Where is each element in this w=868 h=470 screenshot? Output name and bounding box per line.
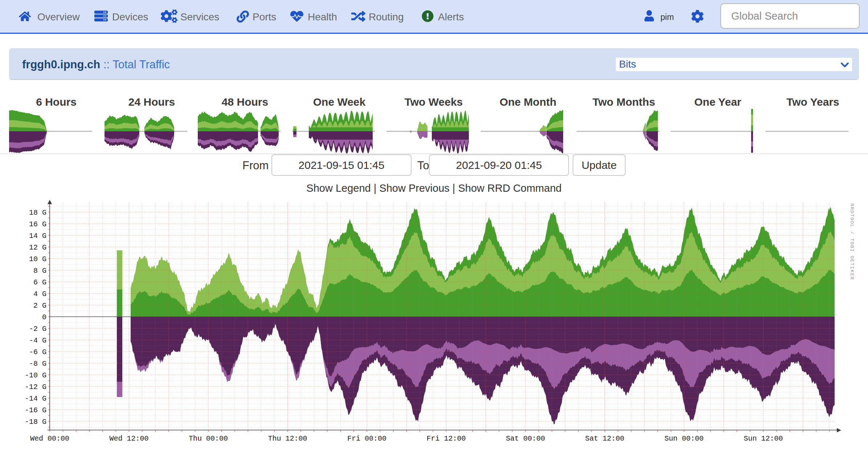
svg-text:Sun 12:00: Sun 12:00 [744,434,783,443]
svg-text:-4 G: -4 G [29,336,46,345]
svg-text:One Week: One Week [313,96,366,108]
svg-text:6 G: 6 G [33,278,46,287]
svg-text:-10 G: -10 G [25,371,46,380]
svg-text:Sat 12:00: Sat 12:00 [585,434,624,443]
svg-text:RRDTOOL / TOBI OETIKER: RRDTOOL / TOBI OETIKER [849,203,855,280]
svg-text:Thu 12:00: Thu 12:00 [268,434,307,443]
svg-text:Two Years: Two Years [786,96,839,108]
svg-text:-16 G: -16 G [25,406,46,414]
svg-text:8 G: 8 G [33,267,46,275]
svg-text:4 G: 4 G [33,290,46,298]
svg-text:Two Months: Two Months [593,96,655,108]
svg-text:12 G: 12 G [29,243,46,252]
svg-text:16 G: 16 G [29,220,46,228]
svg-text:18 G: 18 G [29,208,46,217]
svg-text:48 Hours: 48 Hours [222,96,268,108]
svg-text:One Year: One Year [694,96,741,108]
svg-text:-18 G: -18 G [25,418,46,426]
svg-text:2 G: 2 G [33,301,46,310]
svg-text:Sat 00:00: Sat 00:00 [506,434,545,443]
svg-text:Thu 00:00: Thu 00:00 [189,434,228,443]
svg-text:-2 G: -2 G [29,325,46,333]
svg-text:Two Weeks: Two Weeks [405,96,463,108]
svg-text:6 Hours: 6 Hours [36,96,77,108]
svg-text:Sun 00:00: Sun 00:00 [664,434,704,443]
svg-text:One Month: One Month [500,96,557,108]
svg-text:Wed 00:00: Wed 00:00 [30,434,69,443]
svg-text:-12 G: -12 G [25,383,46,391]
svg-text:24 Hours: 24 Hours [128,96,175,108]
svg-text:-14 G: -14 G [25,394,46,403]
svg-text:Wed 12:00: Wed 12:00 [109,434,148,443]
svg-text:14 G: 14 G [29,232,46,240]
svg-text:Fri 12:00: Fri 12:00 [426,434,466,443]
svg-text:-6 G: -6 G [29,348,46,356]
svg-text:10 G: 10 G [29,255,46,263]
svg-text:0: 0 [42,313,46,321]
svg-text:-8 G: -8 G [29,360,46,368]
svg-text:Fri 00:00: Fri 00:00 [347,434,386,443]
